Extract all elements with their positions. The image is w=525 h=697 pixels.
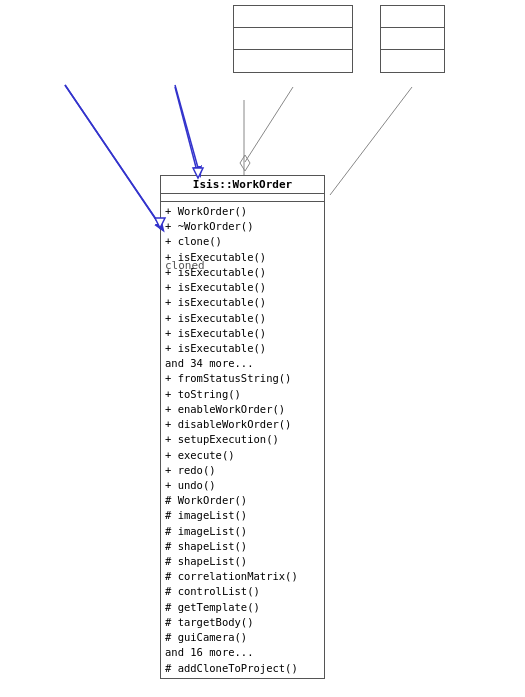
diagram-container: Isis::WorkOrder + WorkOrder()+ ~WorkOrde… (0, 0, 525, 697)
svg-marker-3 (240, 155, 250, 171)
member-item: # correlationMatrix() (165, 569, 320, 584)
member-item: + isExecutable() (165, 326, 320, 341)
member-item: + isExecutable() (165, 280, 320, 295)
member-item: + setupExecution() (165, 432, 320, 447)
member-item: + toString() (165, 387, 320, 402)
svg-line-1 (175, 85, 200, 175)
topright-row1 (381, 6, 444, 28)
box-topleft (233, 5, 353, 73)
member-item: # addCloneToProject() (165, 661, 320, 676)
topright-row2 (381, 28, 444, 50)
svg-line-4 (330, 87, 412, 195)
box-main-title: Isis::WorkOrder (161, 176, 324, 194)
member-item: and 34 more... (165, 356, 320, 371)
box-topright (380, 5, 445, 73)
member-item: + redo() (165, 463, 320, 478)
svg-line-0 (65, 85, 163, 230)
box-main: Isis::WorkOrder + WorkOrder()+ ~WorkOrde… (160, 175, 325, 679)
member-item: # guiCamera() (165, 630, 320, 645)
member-item: + fromStatusString() (165, 371, 320, 386)
member-item: # targetBody() (165, 615, 320, 630)
member-item: + undo() (165, 478, 320, 493)
svg-line-8 (175, 87, 198, 175)
topleft-row2 (234, 28, 352, 50)
topleft-row1 (234, 6, 352, 28)
member-item: + isExecutable() (165, 311, 320, 326)
member-item: # WorkOrder() (165, 493, 320, 508)
member-item: # shapeList() (165, 554, 320, 569)
svg-line-2 (245, 87, 293, 162)
member-item: + disableWorkOrder() (165, 417, 320, 432)
member-item: # imageList() (165, 508, 320, 523)
member-item: + isExecutable() (165, 250, 320, 265)
topleft-row3 (234, 50, 352, 72)
member-item: + isExecutable() (165, 295, 320, 310)
topright-row3 (381, 50, 444, 72)
member-item: + enableWorkOrder() (165, 402, 320, 417)
member-item: # controlList() (165, 584, 320, 599)
member-item: + isExecutable() (165, 265, 320, 280)
member-item: # shapeList() (165, 539, 320, 554)
svg-line-6 (65, 85, 160, 225)
member-item: + clone() (165, 234, 320, 249)
member-item: and 16 more... (165, 645, 320, 660)
box-main-empty-section (161, 194, 324, 202)
member-item: + isExecutable() (165, 341, 320, 356)
member-item: + execute() (165, 448, 320, 463)
box-main-members: + WorkOrder()+ ~WorkOrder()+ clone()+ is… (161, 202, 324, 678)
member-item: + ~WorkOrder() (165, 219, 320, 234)
member-item: + WorkOrder() (165, 204, 320, 219)
member-item: # getTemplate() (165, 600, 320, 615)
member-item: # imageList() (165, 524, 320, 539)
